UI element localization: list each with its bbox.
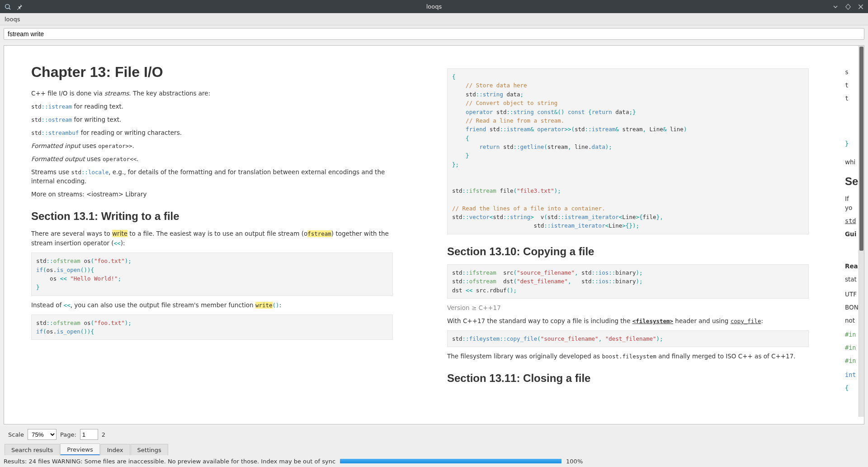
app-icon	[4, 3, 12, 11]
chapter-heading: Chapter 13: File I/O	[31, 64, 393, 81]
preview-scroll[interactable]: Chapter 13: File I/O C++ file I/O is don…	[4, 46, 864, 424]
tab-index[interactable]: Index	[100, 444, 130, 455]
scale-label: Scale	[8, 431, 24, 438]
preview-card: Chapter 13: File I/O C++ file I/O is don…	[13, 51, 411, 417]
scrollbar-thumb[interactable]	[859, 47, 863, 251]
code-block: std::ifstream src("source_filename", std…	[447, 264, 809, 299]
preview-card: { // Store data here std::string data; /…	[429, 51, 827, 417]
page-label: Page:	[60, 431, 76, 438]
status-text: Results: 24 files WARNING: Some files ar…	[4, 458, 335, 465]
titlebar: looqs	[0, 0, 868, 13]
body-text: More on streams: <iostream> Library	[31, 190, 393, 199]
search-row	[0, 25, 868, 43]
code-block: std::ofstream os("foo.txt"); if(os.is_op…	[31, 315, 393, 340]
preview-frame: Chapter 13: File I/O C++ file I/O is don…	[4, 45, 864, 424]
progress-bar	[340, 459, 561, 463]
tab-search-results[interactable]: Search results	[5, 444, 60, 455]
scale-select[interactable]: 75%	[28, 429, 57, 440]
section-heading: Section 13.11: Closing a file	[447, 372, 809, 385]
page-spinner[interactable]	[80, 429, 98, 440]
body-text: Streams use std::locale, e.g., for detai…	[31, 167, 393, 186]
tab-settings[interactable]: Settings	[131, 444, 168, 455]
code-block: std::ofstream os("foo.txt"); if(os.is_op…	[31, 253, 393, 296]
minimize-button[interactable]	[832, 3, 839, 10]
body-text: Formatted output uses operator<<.	[31, 154, 393, 164]
tab-previews[interactable]: Previews	[60, 443, 99, 455]
body-text: With C++17 the standard way to copy a fi…	[447, 316, 809, 326]
menubar: looqs	[0, 13, 868, 25]
body-text: std::ostream for writing text.	[31, 115, 393, 124]
body-text: Formatted input uses operator>>.	[31, 141, 393, 151]
preview-controls: Scale 75% Page: 2	[0, 426, 868, 443]
close-button[interactable]	[857, 3, 864, 10]
svg-point-0	[5, 4, 9, 8]
progress-fill	[340, 459, 561, 463]
section-heading: Section 13.10: Copying a file	[447, 245, 809, 258]
body-text: Instead of <<, you can also use the outp…	[31, 300, 393, 310]
code-block: std::fileystem::copy_file("source_filena…	[447, 330, 809, 347]
pin-icon[interactable]	[15, 3, 24, 11]
search-input[interactable]	[4, 28, 864, 40]
body-text: C++ file I/O is done via streams. The ke…	[31, 89, 393, 98]
maximize-button[interactable]	[844, 3, 852, 10]
statusbar: Results: 24 files WARNING: Some files ar…	[0, 455, 868, 467]
body-text: std::streambuf for reading or writing ch…	[31, 128, 393, 138]
body-text: There are several ways to write to a fil…	[31, 229, 393, 248]
section-heading: Section 13.1: Writing to a file	[31, 210, 393, 223]
menu-app[interactable]: looqs	[5, 16, 20, 23]
code-block: { // Store data here std::string data; /…	[447, 68, 809, 234]
progress-pct: 100%	[566, 458, 583, 465]
window-title: looqs	[426, 3, 442, 10]
version-label: Version ≥ C++17	[447, 303, 809, 313]
svg-line-1	[9, 8, 10, 9]
bottom-tabs: Search results Previews Index Settings	[0, 443, 868, 455]
page-total: 2	[102, 431, 105, 438]
body-text: The filesystem library was originally de…	[447, 352, 809, 361]
vertical-scrollbar[interactable]	[859, 46, 864, 417]
body-text: std::istream for reading text.	[31, 102, 393, 111]
